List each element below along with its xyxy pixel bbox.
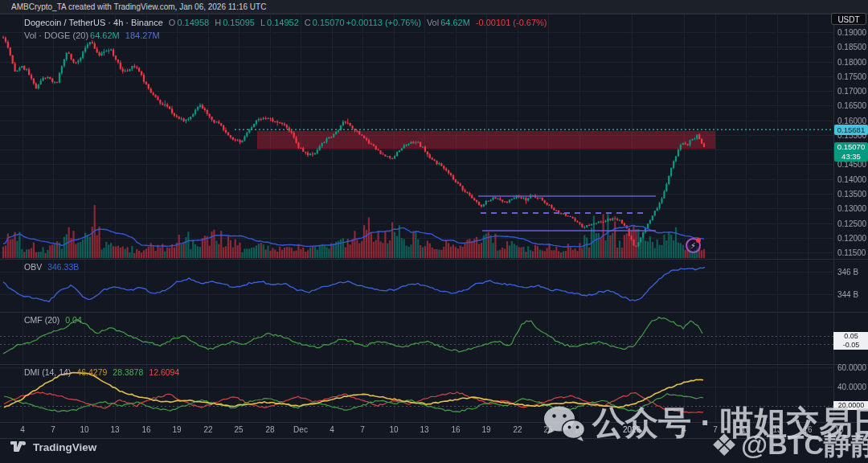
price-tick: 0.13500	[837, 189, 866, 198]
dmi-plusdi-value: 28.3878	[113, 367, 143, 377]
price-tick: 0.17500	[837, 72, 866, 80]
dmi-adx-value: 46.4279	[76, 367, 107, 377]
wechat-icon	[543, 405, 585, 442]
volume-current: 64.62M	[90, 31, 120, 40]
dmi-minusdi-value: 12.6094	[149, 367, 179, 377]
low-label: L	[260, 18, 265, 27]
price-tick: 0.16500	[837, 101, 866, 110]
price-axis[interactable]: 0.190000.185000.180000.175000.170000.165…	[837, 0, 868, 463]
time-tick: 22	[513, 425, 522, 434]
vol-value: 64.62M	[440, 18, 470, 27]
change-value: +0.00113 (+0.76%)	[346, 18, 421, 27]
candle-countdown: 43:35	[834, 152, 868, 162]
cmf-band-label: -0.05	[833, 341, 868, 350]
change2-value: -0.00101 (-0.67%)	[476, 18, 547, 27]
close-label: C	[305, 18, 311, 27]
tradingview-logo[interactable]: TradingView	[10, 441, 96, 453]
volume-indicator-title[interactable]: Vol · DOGE (20)	[24, 31, 88, 40]
dmi-title[interactable]: DMI (14, 14)	[24, 367, 71, 377]
symbol-legend: Dogecoin / TetherUS · 4h · BinanceO0.149…	[24, 18, 547, 27]
time-tick: 10	[80, 425, 88, 434]
lightning-icon[interactable]: ⚡	[686, 238, 701, 253]
notification-dot	[696, 238, 701, 243]
watermark-text-2: @BTC静静说	[741, 427, 868, 463]
symbol-title[interactable]: Dogecoin / TetherUS · 4h · Binance	[24, 18, 163, 27]
time-tick: 4	[330, 425, 334, 434]
last-price-label: 0.15070 43:35	[834, 142, 868, 162]
cmf-value: 0.04	[65, 315, 81, 325]
cmf-legend: CMF (20)0.04	[24, 315, 82, 325]
obv-tick: 344 B	[837, 290, 858, 299]
diamond-icon: ❖	[710, 431, 738, 460]
tradingview-chart-window: AMBCrypto_TA created with TradingView.co…	[0, 0, 868, 463]
time-tick: 19	[481, 425, 490, 434]
volume-ma: 184.27M	[125, 31, 160, 40]
cmf-band-label: 0.05	[833, 332, 868, 341]
cmf-title[interactable]: CMF (20)	[24, 315, 59, 325]
open-label: O	[169, 18, 176, 27]
time-tick: 16	[451, 425, 460, 434]
price-tick: 0.16000	[837, 116, 866, 125]
open-value: 0.14958	[177, 18, 209, 27]
time-tick: 10	[389, 425, 398, 434]
time-tick: 7	[51, 425, 55, 434]
time-tick: 28	[265, 425, 274, 434]
price-tick: 0.12000	[837, 233, 866, 242]
tradingview-logo-text: TradingView	[33, 441, 96, 453]
vol-label: Vol	[427, 18, 439, 27]
price-tick: 0.17000	[837, 87, 866, 96]
price-tick: 0.14000	[837, 174, 866, 183]
high-label: H	[215, 18, 221, 27]
dmi-tick: 60.0000	[837, 363, 866, 372]
time-tick: 7	[360, 425, 365, 434]
dmi-legend: DMI (14, 14)46.427928.387812.6094	[24, 367, 179, 377]
close-value: 0.15070	[313, 18, 345, 27]
high-value: 0.15095	[223, 18, 255, 27]
price-tick: 0.12500	[837, 219, 866, 227]
watermark-line2: ❖ @BTC静静说	[710, 427, 868, 463]
time-tick: 4	[20, 425, 25, 434]
time-tick: 19	[172, 425, 181, 434]
time-tick: 22	[203, 425, 212, 434]
obv-title[interactable]: OBV	[24, 262, 42, 272]
usdt-axis-button[interactable]: USDT	[831, 13, 866, 25]
time-tick: Dec	[293, 425, 308, 434]
alert-price-label: 0.15681	[834, 125, 868, 135]
price-tick: 0.19000	[837, 28, 866, 37]
time-tick: 16	[141, 425, 150, 434]
attribution-banner: AMBCrypto_TA created with TradingView.co…	[0, 0, 868, 14]
dmi-tick: 40.0000	[837, 383, 866, 391]
obv-tick: 346 B	[837, 268, 858, 277]
chart-canvas[interactable]	[0, 0, 868, 463]
price-tick: 0.18000	[837, 57, 866, 66]
price-tick: 0.11500	[837, 248, 866, 257]
last-price-value: 0.15070	[834, 142, 868, 152]
obv-legend: OBV346.33B	[24, 262, 79, 272]
price-tick: 0.13000	[837, 204, 866, 213]
time-tick: 25	[234, 425, 243, 434]
time-tick: 13	[420, 425, 428, 434]
price-tick: 0.18500	[837, 43, 866, 51]
volume-indicator-legend: Vol · DOGE (20)64.62M184.27M	[24, 31, 160, 40]
tradingview-mark-icon	[10, 441, 27, 453]
obv-value: 346.33B	[47, 262, 79, 272]
low-value: 0.14952	[267, 18, 299, 27]
time-tick: 13	[110, 425, 119, 434]
